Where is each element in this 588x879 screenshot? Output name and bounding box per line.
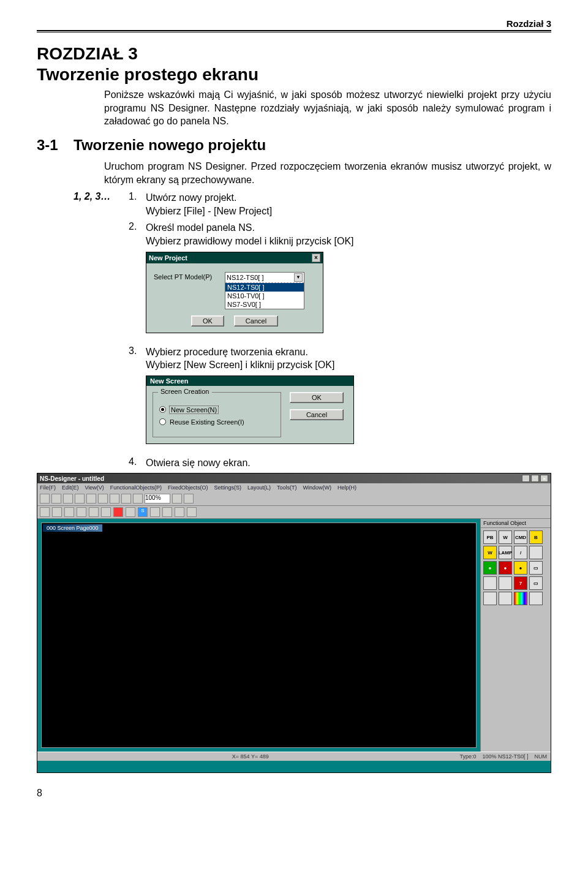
tool-icon[interactable] [98,494,108,504]
steps-label: 1, 2, 3… [74,191,129,217]
cancel-button[interactable]: Cancel [290,409,344,420]
step-3-num: 3. [129,345,146,372]
tool-icon[interactable] [113,507,123,517]
palette-item[interactable] [529,546,543,559]
cancel-button[interactable]: Cancel [234,315,278,326]
tool-icon[interactable] [121,494,131,504]
tool-icon[interactable] [187,507,197,517]
palette-item[interactable] [483,592,497,605]
canvas-area[interactable]: 000 Screen Page000 [37,519,480,752]
tool-icon[interactable] [133,494,143,504]
page-title: ROZDZIAŁ 3 Tworzenie prostego ekranu [37,43,551,85]
radio-icon[interactable] [159,406,166,413]
menu-item[interactable]: Help(H) [337,485,356,491]
chevron-down-icon[interactable]: ▼ [294,273,303,282]
palette-item[interactable]: ● [499,561,512,575]
tool-icon[interactable] [77,507,86,517]
model-label: Select PT Model(P) [154,272,215,281]
right-panel-title: Functional Object [481,519,551,528]
menu-item[interactable]: File(F) [40,485,56,491]
step-1-line1: Utwórz nowy projekt. [146,192,237,203]
tool-icon[interactable] [126,507,135,517]
tool-icon[interactable] [89,507,99,517]
tool-icon[interactable] [40,507,50,517]
ok-button[interactable]: OK [191,315,224,326]
ok-button[interactable]: OK [290,392,344,403]
palette-item[interactable] [499,576,512,590]
toolbar-secondary[interactable]: S [37,506,551,519]
page-title-line1: ROZDZIAŁ 3 [37,44,138,63]
palette-item[interactable]: ▭ [529,576,543,590]
combobox-item[interactable]: NS7-SV0[ ] [225,300,304,309]
right-panel: Functional Object PB W CMD B W LAMP / ● … [480,519,551,752]
palette-item[interactable]: B [529,530,543,544]
radio-icon[interactable] [159,418,166,425]
menu-bar[interactable]: File(F) Edit(E) View(V) FunctionalObject… [37,483,551,492]
page-title-line2: Tworzenie prostego ekranu [37,65,258,84]
step-1-line2: Wybierz [File] - [New Project] [146,206,272,216]
tool-icon[interactable] [75,494,85,504]
step-4: 4. Otwiera się nowy ekran. [74,456,551,470]
tool-icon[interactable]: S [138,507,148,517]
palette-item[interactable]: ● [514,561,527,575]
palette-item[interactable] [499,592,512,605]
tool-icon[interactable] [86,494,96,504]
palette-item[interactable]: W [483,546,497,559]
radio-reuse-screen[interactable]: Reuse Existing Screen(I) [159,418,274,426]
palette-item[interactable]: W [499,530,512,544]
tool-icon[interactable] [184,494,194,504]
palette-item[interactable]: ▭ [529,561,543,575]
section-heading: 3-1 Tworzenie nowego projektu [37,137,551,154]
tool-icon[interactable] [110,494,119,504]
status-type: Type:0 [459,753,476,760]
combobox-item[interactable]: NS12-TS0[ ] [225,283,304,292]
tool-icon[interactable] [175,507,184,517]
model-combobox[interactable]: NS12-TS0[ ] ▼ NS12-TS0[ ] NS10-TV0[ ] NS… [225,272,304,309]
tool-icon[interactable] [40,494,50,504]
screen-canvas[interactable]: 000 Screen Page000 [41,522,477,748]
palette-item[interactable]: CMD [514,530,527,544]
palette-item[interactable]: ● [483,561,497,575]
step-4-num: 4. [129,456,146,470]
tool-icon[interactable] [162,507,172,517]
tool-icon[interactable] [63,494,73,504]
menu-item[interactable]: Window(W) [303,485,332,491]
toolbar-primary[interactable]: 100% [37,492,551,506]
palette-item[interactable]: PB [483,530,497,544]
close-icon[interactable]: × [540,475,548,482]
object-palette[interactable]: PB W CMD B W LAMP / ● ● ● ▭ 7 ▭ [481,528,551,608]
zoom-field[interactable]: 100% [145,494,170,504]
dialog-title: New Screen [146,376,353,386]
palette-item[interactable]: 7 [514,576,527,590]
menu-item[interactable]: Layout(L) [247,485,271,491]
step-1: 1, 2, 3… 1. Utwórz nowy projekt. Wybierz… [74,191,551,217]
section-title: Tworzenie nowego projektu [74,137,266,154]
step-2-line1: Określ model panela NS. [146,222,255,233]
combobox-item[interactable]: NS10-TV0[ ] [225,292,304,300]
palette-item[interactable] [529,592,543,605]
palette-item[interactable]: / [514,546,527,559]
palette-item[interactable]: LAMP [499,546,512,559]
menu-item[interactable]: Tools(T) [277,485,297,491]
app-title: NS-Designer - untitled [40,475,104,482]
combobox-list[interactable]: NS12-TS0[ ] NS10-TV0[ ] NS7-SV0[ ] [225,282,304,309]
status-zoom-model: 100% NS12-TS0[ ] [482,753,528,760]
menu-item[interactable]: Edit(E) [62,485,79,491]
radio-new-screen[interactable]: New Screen(N) [159,406,274,413]
menu-item[interactable]: FunctionalObjects(P) [110,485,162,491]
palette-item[interactable] [514,592,527,605]
maximize-icon[interactable]: □ [531,475,539,482]
tool-icon[interactable] [172,494,182,504]
tool-icon[interactable] [101,507,111,517]
palette-item[interactable] [483,576,497,590]
body-paragraph: Uruchom program NS Designer. Przed rozpo… [104,160,551,186]
tool-icon[interactable] [64,507,74,517]
tool-icon[interactable] [51,494,61,504]
tool-icon[interactable] [52,507,62,517]
minimize-icon[interactable]: _ [522,475,530,482]
tool-icon[interactable] [150,507,160,517]
menu-item[interactable]: View(V) [85,485,104,491]
status-coords: X= 854 Y= 489 [41,753,459,760]
menu-item[interactable]: FixedObjects(O) [168,485,208,491]
close-icon[interactable]: × [312,254,320,262]
